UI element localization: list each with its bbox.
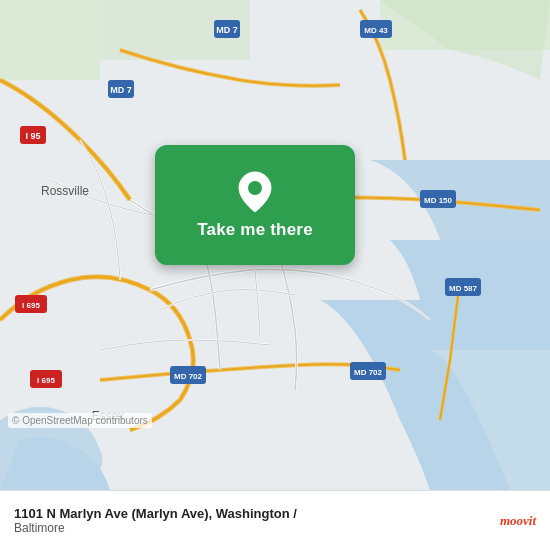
- svg-text:Rossville: Rossville: [41, 184, 89, 198]
- svg-text:MD 702: MD 702: [354, 368, 383, 377]
- address-block: 1101 N Marlyn Ave (Marlyn Ave), Washingt…: [14, 506, 297, 535]
- map-container: MD 7 MD 7 I 95 I 695 I 695 MD 702 MD 702…: [0, 0, 550, 490]
- svg-text:I 695: I 695: [37, 376, 55, 385]
- address-main: 1101 N Marlyn Ave (Marlyn Ave), Washingt…: [14, 506, 297, 521]
- svg-point-27: [248, 181, 262, 195]
- svg-text:MD 7: MD 7: [110, 85, 132, 95]
- map-attribution: © OpenStreetMap contributors: [8, 413, 152, 428]
- location-pin-icon: [236, 170, 274, 214]
- take-me-there-label: Take me there: [197, 220, 313, 240]
- bottom-bar: 1101 N Marlyn Ave (Marlyn Ave), Washingt…: [0, 490, 550, 550]
- svg-text:MD 587: MD 587: [449, 284, 478, 293]
- svg-text:I 695: I 695: [22, 301, 40, 310]
- svg-text:MD 150: MD 150: [424, 196, 453, 205]
- moovit-brand-text: moovit: [500, 513, 536, 529]
- svg-rect-1: [0, 0, 100, 80]
- svg-text:MD 7: MD 7: [216, 25, 238, 35]
- svg-text:MD 702: MD 702: [174, 372, 203, 381]
- address-sub: Baltimore: [14, 521, 297, 535]
- svg-text:I 95: I 95: [25, 131, 40, 141]
- take-me-there-button[interactable]: Take me there: [155, 145, 355, 265]
- moovit-logo: moovit: [500, 513, 536, 529]
- svg-text:MD 43: MD 43: [364, 26, 388, 35]
